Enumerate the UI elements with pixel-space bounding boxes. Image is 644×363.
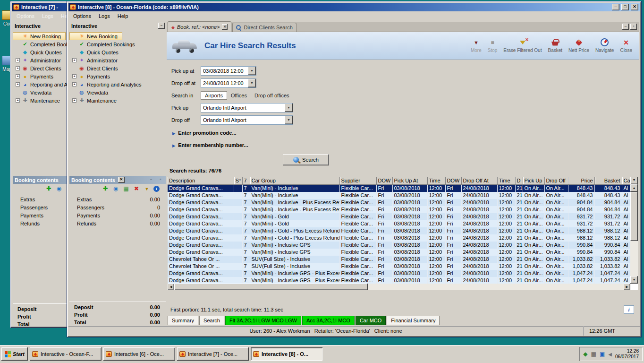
expander-icon[interactable]: + xyxy=(16,74,20,78)
tray-icon[interactable] xyxy=(600,351,605,357)
float-panel-icon[interactable]: ▫ xyxy=(157,177,164,183)
tree-item-direct-clients[interactable]: +Direct Clients xyxy=(13,64,66,72)
expander-icon[interactable]: + xyxy=(16,66,20,70)
column-header-description[interactable]: Description xyxy=(168,177,234,184)
result-row[interactable]: Chevrolet Tahoe Or ...7SUV(Full Size) - … xyxy=(168,263,630,270)
search-in-dropoff-offices[interactable]: Drop off offices xyxy=(251,91,293,100)
column-header-s[interactable]: S xyxy=(234,177,242,184)
close-button[interactable]: Close xyxy=(620,39,632,53)
collapse-panel-button[interactable]: – xyxy=(158,23,165,29)
column-header-pick-up[interactable]: Pick Up xyxy=(523,177,544,184)
result-row[interactable]: Dodge Grand Carava...7Van(Mini) - Gold -… xyxy=(168,234,630,242)
column-header-price[interactable]: Price xyxy=(568,177,594,184)
column-header-pick-up-at[interactable]: Pick Up At xyxy=(392,177,427,184)
horizontal-scroll-thumb[interactable] xyxy=(174,284,368,290)
info-icon[interactable] xyxy=(153,186,160,192)
info-button[interactable] xyxy=(624,305,634,314)
column-options-icon[interactable] xyxy=(630,177,638,184)
scroll-right-icon[interactable] xyxy=(624,284,630,290)
column-header-time[interactable]: Time xyxy=(427,177,445,184)
expander-icon[interactable]: + xyxy=(72,58,76,62)
tree-item-payments[interactable]: +Payments xyxy=(13,72,58,80)
tree-item-maintenance[interactable]: +Maintenance xyxy=(69,96,121,104)
search-in-offices[interactable]: Offices xyxy=(227,91,251,100)
dropdown-arrow-icon[interactable] xyxy=(285,116,293,124)
tree-item-reporting-and-analytics[interactable]: +Reporting and Analytics xyxy=(69,80,146,88)
scroll-left-icon[interactable] xyxy=(168,284,174,290)
pickup-datetime-select[interactable]: 03/08/2018 12:00 xyxy=(201,66,256,76)
result-row[interactable]: Dodge Grand Carava...7Van(Mini) - Inclus… xyxy=(168,277,630,284)
bottom-tab-search[interactable]: Search xyxy=(199,316,224,325)
tree-item-maintenance[interactable]: +Maintenance xyxy=(13,96,65,104)
taskbar-button-interactive-8-o[interactable]: Interactive [8] - O... xyxy=(251,347,322,361)
tree-item-administrator[interactable]: +Administrator xyxy=(69,56,122,64)
taskbar-button-interactive-6-oce[interactable]: Interactive [6] - Oce... xyxy=(103,347,175,361)
bottom-tab-car-mco[interactable]: Car MCO xyxy=(356,316,386,325)
column-header-7[interactable]: 7 xyxy=(242,177,250,184)
tray-icon[interactable] xyxy=(608,351,612,357)
result-row[interactable]: Dodge Grand Carava...7Van(Mini) - GoldFl… xyxy=(168,220,630,227)
vertical-scrollbar[interactable] xyxy=(630,177,638,284)
booking-payments[interactable]: Payments0.00 xyxy=(69,211,166,219)
result-row[interactable]: Dodge Grand Carava...7Van(Mini) - Gold -… xyxy=(168,227,630,234)
expander-icon[interactable]: + xyxy=(16,58,20,62)
add-icon[interactable] xyxy=(102,185,109,192)
tray-icon[interactable] xyxy=(583,351,587,357)
menu-logs[interactable]: Logs xyxy=(38,12,57,20)
column-header-dow[interactable]: DOW xyxy=(445,177,461,184)
tab-direct-clients-search[interactable]: Direct Clients Search xyxy=(232,23,296,32)
menu-options[interactable]: Options xyxy=(69,12,95,20)
expander-icon[interactable]: + xyxy=(72,74,76,78)
column-header-ca[interactable]: Ca xyxy=(622,177,630,184)
result-row[interactable]: Dodge Grand Carava...7Van(Mini) - GoldFl… xyxy=(168,213,630,220)
menu-options[interactable]: Options xyxy=(13,12,38,20)
globe-icon[interactable] xyxy=(112,185,119,192)
tree-item-new-booking[interactable]: New Booking xyxy=(69,32,122,40)
minimize-area-icon[interactable]: – xyxy=(622,24,629,30)
result-row[interactable]: Chevrolet Tahoe Or ...7SUV(Full Size) - … xyxy=(168,256,630,263)
result-row[interactable]: Dodge Grand Carava...7Van(Mini) - Inclus… xyxy=(168,206,630,213)
promotion-code-expander[interactable]: Enter promotion code... xyxy=(172,129,639,137)
tree-item-direct-clients[interactable]: Direct Clients xyxy=(69,64,122,72)
booking-extras[interactable]: Extras0.00 xyxy=(69,195,166,203)
navigate-button[interactable]: Navigate xyxy=(595,39,614,53)
booking-passengers[interactable]: Passengers0 xyxy=(69,203,166,211)
column-header-car-group[interactable]: Car Group xyxy=(250,177,339,184)
expander-icon[interactable]: + xyxy=(16,98,20,103)
result-row[interactable]: Dodge Grand Carava...7Van(Mini) - Inclus… xyxy=(168,270,630,277)
more-button[interactable]: More xyxy=(471,39,482,53)
close-button[interactable] xyxy=(631,4,638,10)
tray-clock[interactable]: 12:26 06/07/2017 xyxy=(615,348,639,360)
dropoff-location-select[interactable]: Orlando Intl Airport xyxy=(201,115,293,125)
expander-icon[interactable]: + xyxy=(72,82,76,86)
column-header-dow[interactable]: DOW xyxy=(376,177,392,184)
tree-item-viewdata[interactable]: Viewdata xyxy=(13,88,56,96)
column-header-time[interactable]: Time xyxy=(497,177,515,184)
search-in-airports[interactable]: Airports xyxy=(201,91,227,100)
tree-item-quick-quotes[interactable]: Quick Quotes xyxy=(13,48,67,56)
nett-price-button[interactable]: Nett Price xyxy=(568,39,589,53)
export-table-icon[interactable] xyxy=(122,185,130,192)
tab-close-icon[interactable] xyxy=(222,24,228,30)
titlebar[interactable]: Interactive [8] - Ocean-Florida (code: x… xyxy=(68,3,640,11)
bottom-tab-flt-3a-2c-1i-lgw-mco-lgw[interactable]: Flt 3A,2C,1I LGW MCO LGW xyxy=(225,316,301,325)
tree-item-payments[interactable]: +Payments xyxy=(69,72,115,80)
dropoff-datetime-select[interactable]: 24/08/2018 12:00 xyxy=(201,78,256,88)
add-icon[interactable] xyxy=(45,185,52,192)
tree-item-administrator[interactable]: +Administrator xyxy=(13,56,66,64)
erase-filtered-out-button[interactable]: Erase Filtered Out xyxy=(503,39,542,53)
booking-contents-titlebar[interactable]: Booking contents – ▫ xyxy=(69,176,166,184)
bottom-tab-acc-3a-2c-1i-mco[interactable]: Acc 3A,2C,1I MCO xyxy=(302,316,355,325)
booking-refunds[interactable]: Refunds0.00 xyxy=(69,219,166,227)
close-panel-icon[interactable] xyxy=(118,177,125,183)
column-header-supplier[interactable]: Supplier xyxy=(339,177,376,184)
start-button[interactable]: Start xyxy=(1,347,28,361)
tree-item-viewdata[interactable]: Viewdata xyxy=(69,88,113,96)
column-header-drop-off-at[interactable]: Drop Off At xyxy=(461,177,497,184)
result-row[interactable]: Dodge Grand Carava...7Van(Mini) - Inclus… xyxy=(168,192,630,199)
menu-logs[interactable]: Logs xyxy=(95,12,114,20)
maximize-button[interactable] xyxy=(621,4,629,10)
bottom-tab-summary[interactable]: Summary xyxy=(168,316,198,325)
tab-book-ref-none[interactable]: Book. ref.: <none> xyxy=(168,21,231,32)
tree-item-quick-quotes[interactable]: Quick Quotes xyxy=(69,48,123,56)
